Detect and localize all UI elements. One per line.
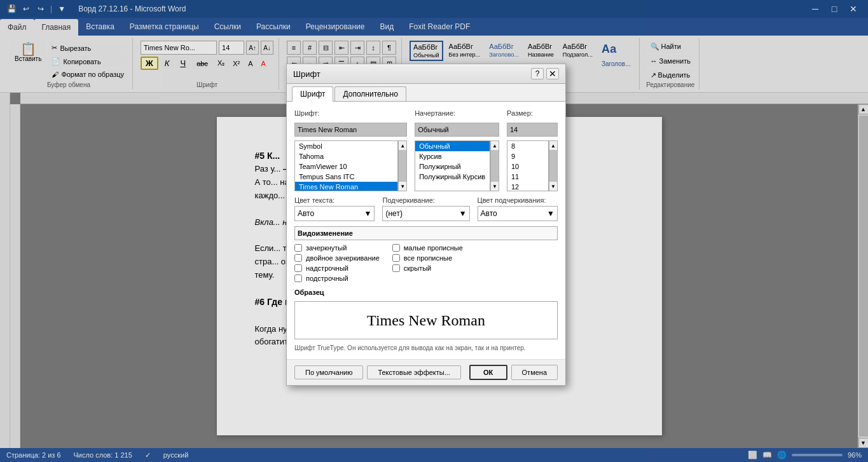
size-col: Размер: — [507, 109, 558, 119]
small-caps-checkbox[interactable] — [392, 244, 400, 252]
font-style-field[interactable] — [415, 123, 499, 137]
cancel-button[interactable]: Отмена — [511, 365, 558, 380]
font-label: Шрифт: — [294, 109, 407, 117]
strikethrough-label: зачеркнутый — [306, 244, 347, 252]
tab-font[interactable]: Шрифт — [292, 86, 333, 102]
font-list-item-times[interactable]: Times New Roman — [295, 182, 397, 191]
font-list-item-teamviewer[interactable]: TeamViewer 10 — [295, 161, 397, 172]
size-9[interactable]: 9 — [507, 151, 548, 161]
dialog-body: Шрифт: Начертание: Размер: — [287, 102, 565, 359]
preview-label: Образец — [294, 289, 558, 296]
effects-right: малые прописные все прописные скрытый — [392, 244, 463, 282]
superscript-label: надстрочный — [306, 264, 348, 272]
text-color-label: Цвет текста: — [294, 196, 375, 204]
dialog-overlay: Шрифт ? ✕ Шрифт Дополнительно Шрифт: Нач… — [0, 0, 868, 462]
text-color-dropdown[interactable]: Авто ▼ — [294, 206, 375, 221]
ok-button[interactable]: ОК — [469, 365, 507, 380]
font-name-field[interactable] — [294, 123, 407, 137]
dialog-help-button[interactable]: ? — [531, 68, 544, 79]
style-list-scrollbar[interactable]: ▲ ▼ — [490, 140, 499, 191]
size-input-col — [507, 123, 558, 137]
size-8[interactable]: 8 — [507, 141, 548, 151]
all-caps-label: все прописные — [404, 254, 452, 262]
double-strikethrough-checkbox[interactable] — [294, 254, 302, 262]
style-col: Начертание: — [415, 109, 499, 119]
font-scroll-up[interactable]: ▲ — [399, 141, 406, 150]
font-list[interactable]: Symbol Tahoma TeamViewer 10 Tempus Sans … — [294, 140, 398, 191]
underline-color-arrow: ▼ — [547, 209, 555, 218]
dialog-footer: По умолчанию Текстовые эффекты... ОК Отм… — [287, 359, 565, 385]
hidden-checkbox[interactable] — [392, 264, 400, 272]
superscript-row: надстрочный — [294, 264, 380, 272]
size-scroll-thumb — [549, 150, 557, 182]
underline-dropdown[interactable]: (нет) ▼ — [382, 206, 469, 221]
style-list[interactable]: Обычный Курсив Полужирный Полужирный Кур… — [415, 140, 490, 191]
font-scroll-thumb — [399, 150, 406, 182]
double-strikethrough-label: двойное зачеркивание — [306, 254, 380, 262]
dialog-title-controls: ? ✕ — [531, 68, 559, 79]
font-list-item-tahoma[interactable]: Tahoma — [295, 151, 397, 161]
dialog-close-button[interactable]: ✕ — [546, 68, 559, 79]
field-labels-row: Шрифт: Начертание: Размер: — [294, 109, 558, 119]
effects-left: зачеркнутый двойное зачеркивание надстро… — [294, 244, 380, 282]
underline-color-col: Цвет подчеркивания: Авто ▼ — [478, 196, 558, 221]
style-scroll-up[interactable]: ▲ — [491, 141, 499, 150]
effects-button[interactable]: Текстовые эффекты... — [367, 365, 461, 379]
underline-color-value: Авто — [481, 209, 497, 218]
style-scroll-down[interactable]: ▼ — [491, 182, 499, 191]
style-label: Начертание: — [415, 109, 499, 117]
text-color-arrow: ▼ — [364, 209, 372, 218]
size-scroll-up[interactable]: ▲ — [549, 141, 557, 150]
subscript-checkbox[interactable] — [294, 275, 302, 282]
text-color-col: Цвет текста: Авто ▼ — [294, 196, 375, 221]
size-scroll-down[interactable]: ▼ — [549, 182, 557, 191]
underline-color-dropdown[interactable]: Авто ▼ — [478, 206, 558, 221]
color-row: Цвет текста: Авто ▼ Подчеркивание: (нет)… — [294, 196, 558, 221]
font-scroll-down[interactable]: ▼ — [399, 182, 406, 191]
font-list-scrollbar[interactable]: ▲ ▼ — [398, 140, 407, 191]
small-caps-row: малые прописные — [392, 244, 463, 252]
style-scroll-thumb — [491, 150, 499, 182]
font-input-col — [294, 123, 407, 137]
size-list-scrollbar[interactable]: ▲ ▼ — [549, 140, 558, 191]
strikethrough-checkbox[interactable] — [294, 244, 302, 252]
default-button[interactable]: По умолчанию — [294, 365, 363, 379]
strikethrough-row: зачеркнутый — [294, 244, 380, 252]
font-list-item-tempus[interactable]: Tempus Sans ITC — [295, 172, 397, 182]
font-list-item-symbol[interactable]: Symbol — [295, 141, 397, 151]
hidden-row: скрытый — [392, 264, 463, 272]
size-list-col: 8 9 10 11 12 14 ▲ ▼ — [507, 140, 558, 191]
preview-box: Times New Roman — [294, 301, 558, 339]
lists-row: Symbol Tahoma TeamViewer 10 Tempus Sans … — [294, 140, 558, 191]
font-col: Шрифт: — [294, 109, 407, 119]
text-color-value: Авто — [298, 209, 314, 218]
all-caps-row: все прописные — [392, 254, 463, 262]
font-dialog: Шрифт ? ✕ Шрифт Дополнительно Шрифт: Нач… — [286, 64, 566, 386]
size-11[interactable]: 11 — [507, 172, 548, 182]
underline-arrow: ▼ — [459, 209, 467, 218]
font-list-col: Symbol Tahoma TeamViewer 10 Tempus Sans … — [294, 140, 407, 191]
size-list[interactable]: 8 9 10 11 12 14 — [507, 140, 549, 191]
double-strikethrough-row: двойное зачеркивание — [294, 254, 380, 262]
field-inputs-row — [294, 123, 558, 137]
size-10[interactable]: 10 — [507, 161, 548, 172]
font-size-field[interactable] — [507, 123, 558, 137]
tab-advanced[interactable]: Дополнительно — [334, 86, 406, 101]
style-list-item-bold[interactable]: Полужирный — [415, 161, 490, 172]
style-list-wrapper: Обычный Курсив Полужирный Полужирный Кур… — [415, 140, 499, 191]
superscript-checkbox[interactable] — [294, 264, 302, 272]
font-list-wrapper: Symbol Tahoma TeamViewer 10 Tempus Sans … — [294, 140, 407, 191]
subscript-label: подстрочный — [306, 275, 348, 282]
size-list-wrapper: 8 9 10 11 12 14 ▲ ▼ — [507, 140, 558, 191]
effects-section: Видоизменение зачеркнутый двойное зачерк… — [294, 226, 558, 282]
size-label: Размер: — [507, 109, 558, 117]
all-caps-checkbox[interactable] — [392, 254, 400, 262]
style-list-item-bold-italic[interactable]: Полужирный Курсив — [415, 172, 490, 182]
dialog-tabs: Шрифт Дополнительно — [287, 84, 565, 102]
size-12[interactable]: 12 — [507, 182, 548, 191]
effects-two-col: зачеркнутый двойное зачеркивание надстро… — [294, 244, 558, 282]
style-list-item-italic[interactable]: Курсив — [415, 151, 490, 161]
preview-section: Образец Times New Roman Шрифт TrueType. … — [294, 289, 558, 351]
style-list-item-normal[interactable]: Обычный — [415, 141, 490, 151]
truetype-note: Шрифт TrueType. Он используется для выво… — [294, 344, 558, 351]
